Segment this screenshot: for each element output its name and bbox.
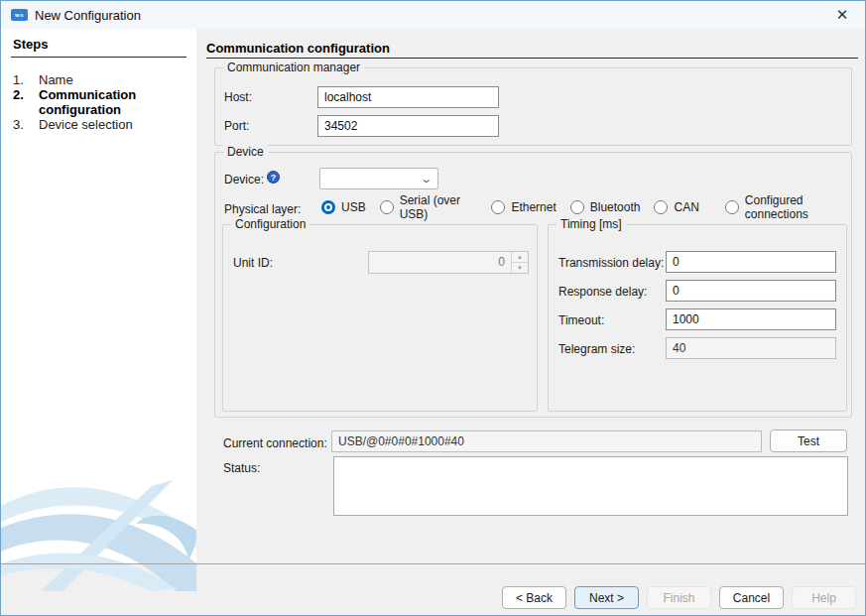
radio-label: USB [341,200,366,214]
configuration-group: Configuration Unit ID: 0 ▲ ▼ [222,224,538,412]
communication-manager-group: Communication manager Host: Port: [214,67,852,146]
page-title-rule [206,58,858,59]
radio-icon [725,200,739,214]
step-number: 2. [13,87,39,117]
window-title: New Configuration [35,8,141,23]
radio-serial-over-usb[interactable]: Serial (over USB) [380,193,478,221]
test-button[interactable]: Test [770,430,847,452]
current-connection-label: Current connection: [223,436,327,450]
radio-selected-icon [321,200,335,214]
footer-divider [1,563,865,564]
telegram-size-label: Telegram size: [558,342,635,356]
step-label: Name [39,72,184,87]
step-item-device-selection: 3. Device selection [13,117,184,132]
page-title: Communication configuration [206,41,390,56]
status-label: Status: [223,461,260,475]
timeout-input[interactable] [666,308,836,330]
title-bar: ws New Configuration ✕ [1,1,865,29]
transmission-delay-label: Transmission delay: [558,256,664,270]
wizard-buttons: < Back Next > Finish Cancel Help [502,586,856,609]
radio-can[interactable]: CAN [654,200,698,214]
device-legend: Device [223,145,268,159]
radio-icon [654,200,668,214]
step-label: Device selection [39,117,184,132]
cancel-button[interactable]: Cancel [719,586,784,609]
host-label: Host: [224,90,252,104]
finish-button[interactable]: Finish [647,586,711,609]
chevron-down-icon: ⌄ [420,173,433,185]
spinner-up-icon[interactable]: ▲ [512,252,528,263]
physical-layer-radio-group: USB Serial (over USB) Ethernet Bluetooth… [321,199,851,215]
status-textarea[interactable] [333,456,848,516]
radio-label: Bluetooth [590,200,641,214]
radio-icon [380,200,394,214]
spinner-down-icon[interactable]: ▼ [512,263,528,273]
radio-ethernet[interactable]: Ethernet [491,200,556,214]
current-connection-field[interactable] [331,431,762,452]
telegram-size-input [666,337,836,359]
spinner-buttons[interactable]: ▲ ▼ [511,252,528,273]
radio-label: CAN [674,200,698,214]
help-button[interactable]: Help [792,586,856,609]
decorative-swoosh-graphic [1,472,196,591]
response-delay-label: Response delay: [558,285,647,299]
next-button[interactable]: Next > [574,586,639,609]
steps-sidebar: Steps 1. Name 2. Communication configura… [1,29,196,563]
radio-label: Configured connections [745,193,851,221]
back-button[interactable]: < Back [502,586,566,609]
device-group: Device Device: ? ⌄ Physical layer: USB S… [214,152,852,418]
close-icon[interactable]: ✕ [819,1,865,29]
steps-heading-rule [11,57,186,58]
communication-manager-legend: Communication manager [223,61,364,74]
step-number: 3. [13,117,39,132]
step-label: Communication configuration [39,87,184,117]
step-item-name: 1. Name [13,72,184,87]
step-number: 1. [13,72,39,87]
port-label: Port: [224,119,249,133]
transmission-delay-input[interactable] [666,251,836,273]
device-dropdown[interactable]: ⌄ [319,168,438,189]
new-configuration-dialog: ws New Configuration ✕ Steps 1. Name 2. … [0,0,866,616]
configuration-legend: Configuration [231,217,309,231]
radio-bluetooth[interactable]: Bluetooth [570,200,641,214]
port-input[interactable] [317,115,499,137]
device-label: Device: [224,173,264,186]
radio-icon [491,200,505,214]
help-icon[interactable]: ? [267,171,280,184]
unit-id-label: Unit ID: [233,256,273,270]
radio-configured-connections[interactable]: Configured connections [725,193,851,221]
radio-label: Serial (over USB) [400,193,478,221]
radio-label: Ethernet [511,200,556,214]
host-input[interactable] [317,86,499,108]
timeout-label: Timeout: [558,313,604,327]
timing-legend: Timing [ms] [557,217,626,231]
radio-usb[interactable]: USB [321,200,366,214]
steps-heading: Steps [13,37,48,52]
unit-id-value: 0 [369,252,511,273]
radio-icon [570,200,584,214]
response-delay-input[interactable] [666,280,836,302]
unit-id-stepper[interactable]: 0 ▲ ▼ [368,251,529,274]
step-item-communication-configuration: 2. Communication configuration [13,87,184,117]
app-logo-icon: ws [11,9,28,21]
timing-group: Timing [ms] Transmission delay: Response… [548,224,847,412]
physical-layer-label: Physical layer: [224,202,301,216]
